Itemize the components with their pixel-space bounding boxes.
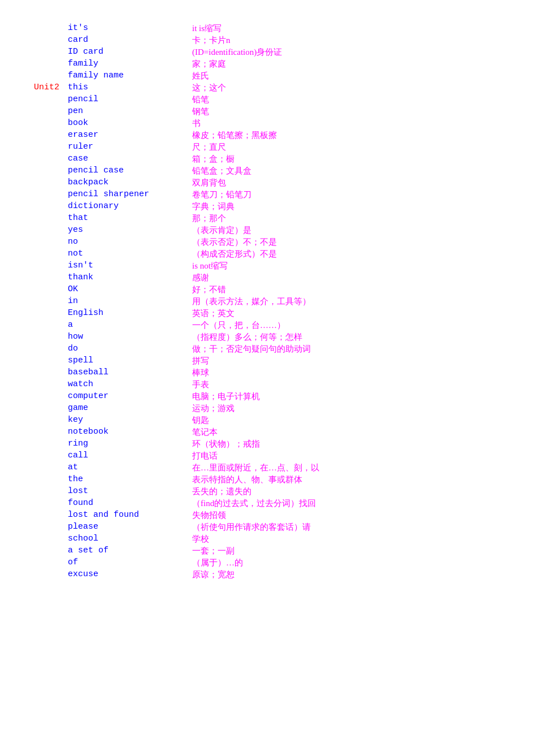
table-row: no（表示否定）不；不是 (34, 236, 500, 248)
chinese-definition: 棒球 (192, 367, 500, 379)
unit-cell (34, 403, 68, 414)
english-word: ring (68, 438, 192, 450)
english-word: key (68, 414, 192, 426)
table-row: how（指程度）多么；何等；怎样 (34, 331, 500, 343)
chinese-definition: 运动；游戏 (192, 403, 500, 414)
unit-cell (34, 118, 68, 129)
unit-cell (34, 319, 68, 331)
chinese-definition: 拼写 (192, 355, 500, 367)
unit-cell: Unit2 (34, 82, 68, 94)
english-word: baseball (68, 367, 192, 379)
chinese-definition: 电脑；电子计算机 (192, 391, 500, 403)
unit-cell (34, 141, 68, 153)
chinese-definition: 用（表示方法，媒介，工具等） (192, 296, 500, 308)
table-row: found（find的过去式，过去分词）找回 (34, 498, 500, 509)
english-word: pencil (68, 94, 192, 106)
chinese-definition: （指程度）多么；何等；怎样 (192, 331, 500, 343)
english-word: thank (68, 272, 192, 284)
table-row: backpack双肩背包 (34, 177, 500, 189)
table-row: that那；那个 (34, 213, 500, 224)
table-row: game运动；游戏 (34, 403, 500, 414)
chinese-definition: 失物招领 (192, 509, 500, 521)
unit-cell (34, 557, 68, 569)
english-word: computer (68, 391, 192, 403)
table-row: baseball棒球 (34, 367, 500, 379)
table-row: ring环（状物）；戒指 (34, 438, 500, 450)
unit-cell (34, 308, 68, 319)
table-row: English英语；英文 (34, 308, 500, 319)
unit-cell (34, 224, 68, 236)
table-row: case箱；盒；橱 (34, 153, 500, 165)
unit-cell (34, 236, 68, 248)
table-row: at在…里面或附近，在…点、刻，以 (34, 462, 500, 474)
english-word: pencil sharpener (68, 189, 192, 201)
unit-cell (34, 165, 68, 177)
table-row: OK好；不错 (34, 284, 500, 296)
english-word: English (68, 308, 192, 319)
english-word: backpack (68, 177, 192, 189)
english-word: that (68, 213, 192, 224)
unit-cell (34, 521, 68, 533)
chinese-definition: 一个（只，把，台……） (192, 319, 500, 331)
chinese-definition: 家；家庭 (192, 58, 500, 70)
table-row: a一个（只，把，台……） (34, 319, 500, 331)
unit-cell (34, 260, 68, 272)
unit-cell (34, 272, 68, 284)
english-word: lost and found (68, 509, 192, 521)
unit-cell (34, 23, 68, 34)
chinese-definition: 打电话 (192, 450, 500, 462)
english-word: the (68, 474, 192, 486)
table-row: in用（表示方法，媒介，工具等） (34, 296, 500, 308)
table-row: do做；干；否定句疑问句的助动词 (34, 343, 500, 355)
table-row: card卡；卡片n (34, 34, 500, 46)
chinese-definition: 双肩背包 (192, 177, 500, 189)
english-word: yes (68, 224, 192, 236)
table-row: please（祈使句用作请求的客套话）请 (34, 521, 500, 533)
chinese-definition: is not缩写 (192, 260, 500, 272)
unit-cell (34, 379, 68, 391)
chinese-definition: （表示肯定）是 (192, 224, 500, 236)
table-row: isn'tis not缩写 (34, 260, 500, 272)
english-word: a (68, 319, 192, 331)
chinese-definition: 感谢 (192, 272, 500, 284)
table-row: book书 (34, 118, 500, 129)
table-row: pencil case铅笔盒；文具盒 (34, 165, 500, 177)
chinese-definition: （祈使句用作请求的客套话）请 (192, 521, 500, 533)
english-word: it's (68, 23, 192, 34)
chinese-definition: 英语；英文 (192, 308, 500, 319)
table-row: notebook笔记本 (34, 426, 500, 438)
table-row: family name姓氏 (34, 70, 500, 82)
english-word: excuse (68, 569, 192, 581)
english-word: ID card (68, 46, 192, 58)
chinese-definition: 橡皮；铅笔擦；黑板擦 (192, 129, 500, 141)
unit-cell (34, 153, 68, 165)
chinese-definition: 钥匙 (192, 414, 500, 426)
unit-cell (34, 70, 68, 82)
chinese-definition: 铅笔 (192, 94, 500, 106)
chinese-definition: 卷笔刀；铅笔刀 (192, 189, 500, 201)
chinese-definition: 书 (192, 118, 500, 129)
unit-cell (34, 46, 68, 58)
chinese-definition: 一套；一副 (192, 545, 500, 557)
table-row: dictionary字典；词典 (34, 201, 500, 213)
unit-cell (34, 34, 68, 46)
unit-cell (34, 498, 68, 509)
english-word: isn't (68, 260, 192, 272)
unit-cell (34, 94, 68, 106)
table-row: it'sit is缩写 (34, 23, 500, 34)
english-word: in (68, 296, 192, 308)
unit-cell (34, 177, 68, 189)
english-word: no (68, 236, 192, 248)
english-word: family (68, 58, 192, 70)
chinese-definition: 姓氏 (192, 70, 500, 82)
unit-cell (34, 189, 68, 201)
english-word: eraser (68, 129, 192, 141)
chinese-definition: （find的过去式，过去分词）找回 (192, 498, 500, 509)
chinese-definition: 做；干；否定句疑问句的助动词 (192, 343, 500, 355)
english-word: do (68, 343, 192, 355)
table-row: Unit2this这；这个 (34, 82, 500, 94)
chinese-definition: it is缩写 (192, 23, 500, 34)
chinese-definition: 钢笔 (192, 106, 500, 118)
table-row: pen钢笔 (34, 106, 500, 118)
table-row: thank感谢 (34, 272, 500, 284)
